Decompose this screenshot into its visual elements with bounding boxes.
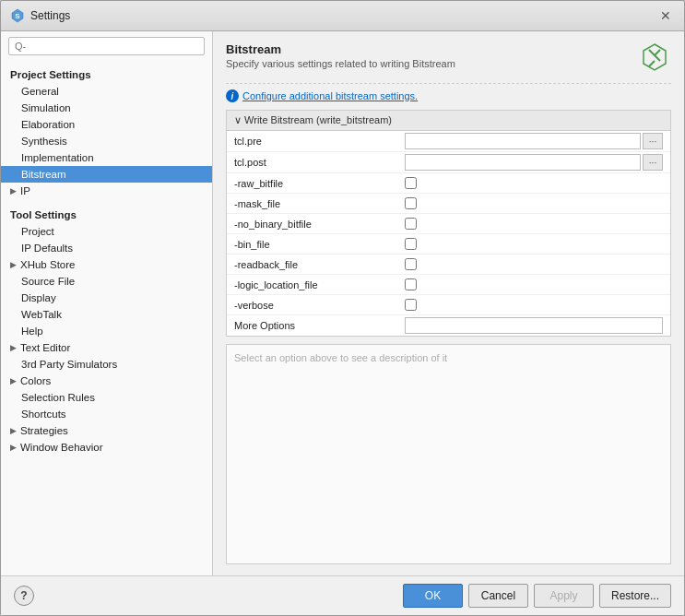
option-row-bin-file: -bin_file <box>227 234 670 255</box>
dialog-title: Settings <box>30 9 70 22</box>
sidebar-item-webtalk[interactable]: WebTalk <box>1 306 212 323</box>
tcl-post-browse-button[interactable]: ··· <box>643 154 663 171</box>
sidebar-item-elaboration[interactable]: Elaboration <box>1 116 212 133</box>
svg-marker-2 <box>644 44 666 70</box>
option-row-tcl-pre: tcl.pre ··· <box>227 131 670 152</box>
option-input-tcl-post: ··· <box>405 154 663 171</box>
tcl-pre-browse-button[interactable]: ··· <box>643 133 663 149</box>
more-options-input[interactable] <box>405 317 663 334</box>
project-settings-header: Project Settings <box>1 65 212 83</box>
mask-file-checkbox[interactable] <box>405 197 417 209</box>
arrow-icon: ▶ <box>10 443 17 452</box>
no-binary-bitfile-checkbox[interactable] <box>405 218 417 230</box>
tcl-post-input[interactable] <box>405 154 641 171</box>
option-label-readback-file: -readback_file <box>234 259 405 270</box>
option-input-tcl-pre: ··· <box>405 133 663 149</box>
option-row-tcl-post: tcl.post ··· <box>227 152 670 173</box>
verbose-checkbox[interactable] <box>405 299 417 311</box>
search-input[interactable] <box>8 37 205 55</box>
sidebar-item-display[interactable]: Display <box>1 290 212 306</box>
option-row-logic-location-file: -logic_location_file <box>227 275 670 295</box>
restore-button[interactable]: Restore... <box>599 584 671 608</box>
page-title: Bitstream <box>226 42 455 56</box>
description-placeholder: Select an option above to see a descript… <box>234 352 447 363</box>
option-checkbox-cell-no-binary-bitfile <box>405 218 663 230</box>
sidebar-item-strategies[interactable]: ▶ Strategies <box>1 422 212 439</box>
footer-right: OK Cancel Apply Restore... <box>403 584 671 608</box>
content-header: Bitstream Specify various settings relat… <box>226 42 671 76</box>
sidebar-content: Project Settings General Simulation Elab… <box>1 61 212 575</box>
option-checkbox-cell-bin-file <box>405 238 663 250</box>
sidebar-item-bitstream[interactable]: Bitstream <box>1 166 212 183</box>
svg-text:S: S <box>15 12 20 20</box>
option-row-verbose: -verbose <box>227 295 670 315</box>
option-label-tcl-pre: tcl.pre <box>234 136 405 147</box>
apply-button[interactable]: Apply <box>534 584 594 608</box>
sidebar-item-simulation[interactable]: Simulation <box>1 100 212 116</box>
sidebar-item-window-behavior[interactable]: ▶ Window Behavior <box>1 439 212 456</box>
option-checkbox-cell-mask-file <box>405 197 663 209</box>
sidebar-item-ip-defaults[interactable]: IP Defaults <box>1 240 212 256</box>
title-bar-left: S Settings <box>10 8 70 23</box>
info-icon: i <box>226 89 239 102</box>
option-row-raw-bitfile: -raw_bitfile <box>227 173 670 194</box>
tool-settings-header: Tool Settings <box>1 205 212 223</box>
help-button[interactable]: ? <box>14 586 34 606</box>
dialog-body: Project Settings General Simulation Elab… <box>1 31 684 575</box>
close-button[interactable]: ✕ <box>656 6 675 25</box>
option-label-raw-bitfile: -raw_bitfile <box>234 178 405 189</box>
sidebar-item-ip[interactable]: ▶ IP <box>1 183 212 199</box>
description-box: Select an option above to see a descript… <box>226 344 671 564</box>
arrow-icon: ▶ <box>10 343 17 352</box>
arrow-icon: ▶ <box>10 426 17 435</box>
option-label-mask-file: -mask_file <box>234 198 405 209</box>
dialog-icon: S <box>10 8 25 23</box>
page-subtitle: Specify various settings related to writ… <box>226 58 455 69</box>
readback-file-checkbox[interactable] <box>405 258 417 270</box>
footer-left: ? <box>14 586 34 606</box>
svg-line-5 <box>649 61 655 66</box>
options-panel: ∨ Write Bitstream (write_bitstream) tcl.… <box>226 110 671 337</box>
sidebar-item-project[interactable]: Project <box>1 223 212 240</box>
ok-button[interactable]: OK <box>403 584 463 608</box>
sidebar-item-general[interactable]: General <box>1 83 212 100</box>
svg-line-4 <box>655 50 660 55</box>
sidebar-item-colors[interactable]: ▶ Colors <box>1 373 212 389</box>
dialog-footer: ? OK Cancel Apply Restore... <box>1 575 684 615</box>
raw-bitfile-checkbox[interactable] <box>405 177 417 189</box>
option-checkbox-cell-raw-bitfile <box>405 177 663 189</box>
option-row-mask-file: -mask_file <box>227 194 670 214</box>
option-input-more-options <box>405 317 663 334</box>
option-checkbox-cell-readback-file <box>405 258 663 270</box>
content-header-text: Bitstream Specify various settings relat… <box>226 42 455 69</box>
option-row-more-options: More Options <box>227 315 670 336</box>
info-link[interactable]: i Configure additional bitstream setting… <box>226 83 671 102</box>
tcl-pre-input[interactable] <box>405 133 641 149</box>
sidebar-item-shortcuts[interactable]: Shortcuts <box>1 406 212 422</box>
sidebar-item-text-editor[interactable]: ▶ Text Editor <box>1 339 212 356</box>
arrow-icon: ▶ <box>10 376 17 385</box>
sidebar-item-implementation[interactable]: Implementation <box>1 149 212 166</box>
sidebar-item-xhub[interactable]: ▶ XHub Store <box>1 256 212 273</box>
option-label-no-binary-bitfile: -no_binary_bitfile <box>234 219 405 230</box>
sidebar-item-synthesis[interactable]: Synthesis <box>1 133 212 149</box>
settings-dialog: S Settings ✕ Project Settings General Si… <box>0 0 685 616</box>
arrow-icon: ▶ <box>10 260 17 269</box>
title-bar: S Settings ✕ <box>1 1 684 31</box>
option-checkbox-cell-verbose <box>405 299 663 311</box>
option-checkbox-cell-logic-location-file <box>405 278 663 290</box>
sidebar-item-3rd-party[interactable]: 3rd Party Simulators <box>1 356 212 373</box>
option-label-bin-file: -bin_file <box>234 239 405 250</box>
sidebar: Project Settings General Simulation Elab… <box>1 31 213 575</box>
xilinx-logo <box>638 42 671 76</box>
sidebar-item-help[interactable]: Help <box>1 323 212 339</box>
options-panel-header: ∨ Write Bitstream (write_bitstream) <box>227 111 670 131</box>
sidebar-item-source-file[interactable]: Source File <box>1 273 212 290</box>
main-content: Bitstream Specify various settings relat… <box>213 31 684 575</box>
option-label-logic-location-file: -logic_location_file <box>234 279 405 290</box>
bin-file-checkbox[interactable] <box>405 238 417 250</box>
sidebar-item-selection-rules[interactable]: Selection Rules <box>1 389 212 406</box>
option-label-verbose: -verbose <box>234 300 405 311</box>
logic-location-file-checkbox[interactable] <box>405 278 417 290</box>
cancel-button[interactable]: Cancel <box>468 584 528 608</box>
